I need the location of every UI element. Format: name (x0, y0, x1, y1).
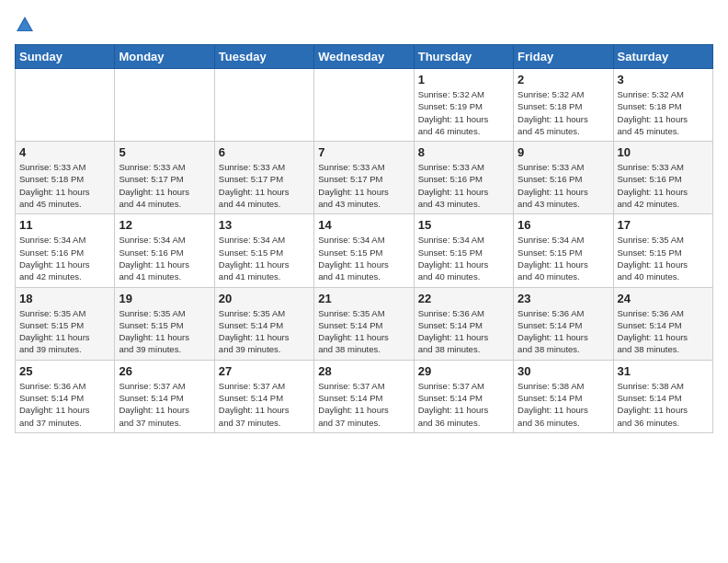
weekday-header-saturday: Saturday (613, 45, 712, 69)
day-number: 25 (19, 364, 110, 378)
day-info: Sunrise: 5:33 AM Sunset: 5:16 PM Dayligh… (618, 161, 709, 210)
day-number: 10 (618, 145, 709, 159)
logo-icon (15, 15, 35, 35)
day-cell: 9Sunrise: 5:33 AM Sunset: 5:16 PM Daylig… (514, 142, 613, 214)
day-info: Sunrise: 5:34 AM Sunset: 5:15 PM Dayligh… (518, 234, 609, 282)
day-number: 12 (119, 218, 210, 232)
day-number: 13 (219, 218, 310, 232)
day-info: Sunrise: 5:34 AM Sunset: 5:16 PM Dayligh… (19, 234, 110, 282)
day-cell: 7Sunrise: 5:33 AM Sunset: 5:17 PM Daylig… (314, 142, 414, 214)
day-info: Sunrise: 5:34 AM Sunset: 5:15 PM Dayligh… (418, 234, 509, 282)
day-info: Sunrise: 5:35 AM Sunset: 5:14 PM Dayligh… (219, 307, 310, 356)
day-number: 27 (219, 364, 310, 378)
day-info: Sunrise: 5:35 AM Sunset: 5:15 PM Dayligh… (119, 307, 210, 356)
day-info: Sunrise: 5:37 AM Sunset: 5:14 PM Dayligh… (119, 380, 210, 429)
day-cell: 5Sunrise: 5:33 AM Sunset: 5:17 PM Daylig… (115, 142, 214, 214)
day-info: Sunrise: 5:32 AM Sunset: 5:18 PM Dayligh… (518, 88, 609, 137)
day-info: Sunrise: 5:32 AM Sunset: 5:18 PM Dayligh… (618, 88, 709, 137)
calendar: SundayMondayTuesdayWednesdayThursdayFrid… (15, 44, 713, 433)
day-number: 19 (119, 292, 210, 305)
week-row-4: 18Sunrise: 5:35 AM Sunset: 5:15 PM Dayli… (16, 287, 713, 360)
day-number: 20 (219, 292, 310, 305)
day-cell: 20Sunrise: 5:35 AM Sunset: 5:14 PM Dayli… (214, 287, 313, 360)
day-info: Sunrise: 5:34 AM Sunset: 5:16 PM Dayligh… (119, 234, 210, 282)
day-cell: 24Sunrise: 5:36 AM Sunset: 5:14 PM Dayli… (613, 287, 712, 360)
day-cell: 22Sunrise: 5:36 AM Sunset: 5:14 PM Dayli… (414, 287, 513, 360)
day-number: 14 (318, 218, 409, 232)
day-cell: 17Sunrise: 5:35 AM Sunset: 5:15 PM Dayli… (613, 214, 712, 287)
week-row-3: 11Sunrise: 5:34 AM Sunset: 5:16 PM Dayli… (16, 214, 713, 287)
day-info: Sunrise: 5:32 AM Sunset: 5:19 PM Dayligh… (418, 88, 509, 137)
logo (15, 15, 39, 35)
day-info: Sunrise: 5:34 AM Sunset: 5:15 PM Dayligh… (318, 234, 409, 282)
day-cell (314, 69, 414, 142)
day-info: Sunrise: 5:37 AM Sunset: 5:14 PM Dayligh… (219, 380, 310, 429)
day-number: 1 (418, 73, 509, 86)
day-cell: 25Sunrise: 5:36 AM Sunset: 5:14 PM Dayli… (16, 360, 115, 432)
day-info: Sunrise: 5:33 AM Sunset: 5:18 PM Dayligh… (19, 161, 110, 210)
day-cell: 4Sunrise: 5:33 AM Sunset: 5:18 PM Daylig… (16, 142, 115, 214)
day-cell: 18Sunrise: 5:35 AM Sunset: 5:15 PM Dayli… (16, 287, 115, 360)
day-cell: 19Sunrise: 5:35 AM Sunset: 5:15 PM Dayli… (115, 287, 214, 360)
day-cell: 27Sunrise: 5:37 AM Sunset: 5:14 PM Dayli… (214, 360, 313, 432)
day-number: 22 (418, 292, 509, 305)
day-cell: 23Sunrise: 5:36 AM Sunset: 5:14 PM Dayli… (514, 287, 613, 360)
day-number: 26 (119, 364, 210, 378)
day-number: 15 (418, 218, 509, 232)
day-cell: 15Sunrise: 5:34 AM Sunset: 5:15 PM Dayli… (414, 214, 513, 287)
day-cell: 2Sunrise: 5:32 AM Sunset: 5:18 PM Daylig… (514, 69, 613, 142)
day-number: 24 (618, 292, 709, 305)
day-info: Sunrise: 5:37 AM Sunset: 5:14 PM Dayligh… (418, 380, 509, 429)
day-cell: 30Sunrise: 5:38 AM Sunset: 5:14 PM Dayli… (514, 360, 613, 432)
day-cell (115, 69, 214, 142)
day-info: Sunrise: 5:36 AM Sunset: 5:14 PM Dayligh… (618, 307, 709, 356)
weekday-header-thursday: Thursday (414, 45, 513, 69)
day-cell: 21Sunrise: 5:35 AM Sunset: 5:14 PM Dayli… (314, 287, 414, 360)
day-info: Sunrise: 5:36 AM Sunset: 5:14 PM Dayligh… (19, 380, 110, 429)
week-row-5: 25Sunrise: 5:36 AM Sunset: 5:14 PM Dayli… (16, 360, 713, 432)
day-number: 21 (318, 292, 409, 305)
day-info: Sunrise: 5:33 AM Sunset: 5:16 PM Dayligh… (418, 161, 509, 210)
day-cell: 11Sunrise: 5:34 AM Sunset: 5:16 PM Dayli… (16, 214, 115, 287)
day-number: 17 (618, 218, 709, 232)
day-cell (214, 69, 313, 142)
day-cell: 8Sunrise: 5:33 AM Sunset: 5:16 PM Daylig… (414, 142, 513, 214)
week-row-1: 1Sunrise: 5:32 AM Sunset: 5:19 PM Daylig… (16, 69, 713, 142)
day-number: 23 (518, 292, 609, 305)
day-number: 18 (19, 292, 110, 305)
day-number: 5 (119, 145, 210, 159)
day-number: 2 (518, 73, 609, 86)
day-cell: 28Sunrise: 5:37 AM Sunset: 5:14 PM Dayli… (314, 360, 414, 432)
weekday-header-friday: Friday (514, 45, 613, 69)
day-cell: 10Sunrise: 5:33 AM Sunset: 5:16 PM Dayli… (613, 142, 712, 214)
day-info: Sunrise: 5:37 AM Sunset: 5:14 PM Dayligh… (318, 380, 409, 429)
day-cell: 31Sunrise: 5:38 AM Sunset: 5:14 PM Dayli… (613, 360, 712, 432)
day-number: 3 (618, 73, 709, 86)
day-cell: 16Sunrise: 5:34 AM Sunset: 5:15 PM Dayli… (514, 214, 613, 287)
day-cell: 13Sunrise: 5:34 AM Sunset: 5:15 PM Dayli… (214, 214, 313, 287)
day-cell: 29Sunrise: 5:37 AM Sunset: 5:14 PM Dayli… (414, 360, 513, 432)
day-number: 6 (219, 145, 310, 159)
day-cell: 14Sunrise: 5:34 AM Sunset: 5:15 PM Dayli… (314, 214, 414, 287)
weekday-header-tuesday: Tuesday (214, 45, 313, 69)
day-cell: 12Sunrise: 5:34 AM Sunset: 5:16 PM Dayli… (115, 214, 214, 287)
page-header (15, 15, 713, 35)
day-number: 29 (418, 364, 509, 378)
day-info: Sunrise: 5:38 AM Sunset: 5:14 PM Dayligh… (518, 380, 609, 429)
day-number: 16 (518, 218, 609, 232)
day-info: Sunrise: 5:35 AM Sunset: 5:15 PM Dayligh… (19, 307, 110, 356)
day-info: Sunrise: 5:33 AM Sunset: 5:17 PM Dayligh… (318, 161, 409, 210)
day-number: 31 (618, 364, 709, 378)
day-cell: 1Sunrise: 5:32 AM Sunset: 5:19 PM Daylig… (414, 69, 513, 142)
day-info: Sunrise: 5:36 AM Sunset: 5:14 PM Dayligh… (518, 307, 609, 356)
day-info: Sunrise: 5:33 AM Sunset: 5:17 PM Dayligh… (219, 161, 310, 210)
day-info: Sunrise: 5:38 AM Sunset: 5:14 PM Dayligh… (618, 380, 709, 429)
day-number: 30 (518, 364, 609, 378)
day-info: Sunrise: 5:36 AM Sunset: 5:14 PM Dayligh… (418, 307, 509, 356)
day-info: Sunrise: 5:34 AM Sunset: 5:15 PM Dayligh… (219, 234, 310, 282)
weekday-header-row: SundayMondayTuesdayWednesdayThursdayFrid… (16, 45, 713, 69)
day-number: 9 (518, 145, 609, 159)
day-cell: 3Sunrise: 5:32 AM Sunset: 5:18 PM Daylig… (613, 69, 712, 142)
week-row-2: 4Sunrise: 5:33 AM Sunset: 5:18 PM Daylig… (16, 142, 713, 214)
weekday-header-sunday: Sunday (16, 45, 115, 69)
